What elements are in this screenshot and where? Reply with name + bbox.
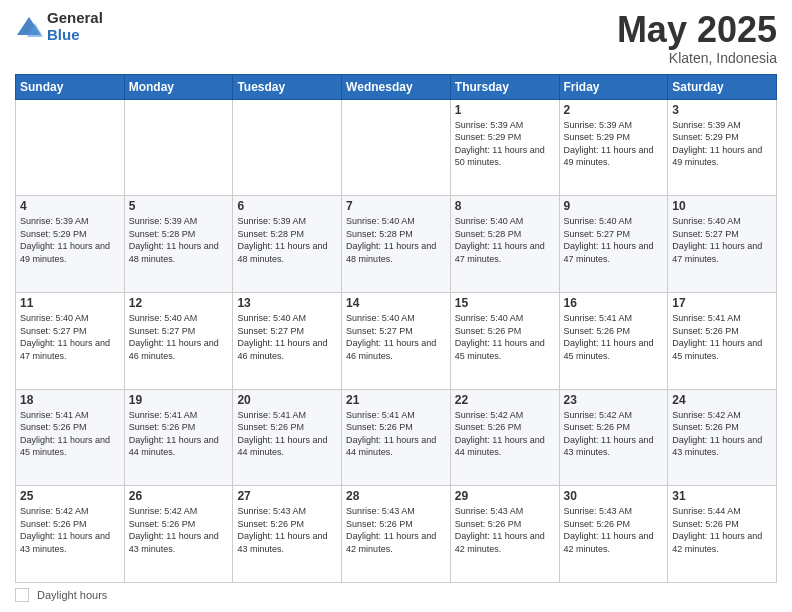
calendar-cell: 8Sunrise: 5:40 AM Sunset: 5:28 PM Daylig… [450,196,559,293]
day-number: 9 [564,199,664,213]
calendar-cell: 28Sunrise: 5:43 AM Sunset: 5:26 PM Dayli… [342,486,451,583]
calendar-cell: 6Sunrise: 5:39 AM Sunset: 5:28 PM Daylig… [233,196,342,293]
day-info: Sunrise: 5:43 AM Sunset: 5:26 PM Dayligh… [346,505,446,555]
day-number: 5 [129,199,229,213]
calendar-cell: 16Sunrise: 5:41 AM Sunset: 5:26 PM Dayli… [559,292,668,389]
calendar-week-5: 25Sunrise: 5:42 AM Sunset: 5:26 PM Dayli… [16,486,777,583]
day-info: Sunrise: 5:41 AM Sunset: 5:26 PM Dayligh… [564,312,664,362]
title-location: Klaten, Indonesia [617,50,777,66]
calendar-cell: 30Sunrise: 5:43 AM Sunset: 5:26 PM Dayli… [559,486,668,583]
day-number: 4 [20,199,120,213]
calendar-header-monday: Monday [124,74,233,99]
day-number: 11 [20,296,120,310]
logo-blue-text: Blue [47,27,103,44]
calendar-cell: 31Sunrise: 5:44 AM Sunset: 5:26 PM Dayli… [668,486,777,583]
day-number: 13 [237,296,337,310]
daylight-box [15,588,29,602]
calendar-cell: 19Sunrise: 5:41 AM Sunset: 5:26 PM Dayli… [124,389,233,486]
day-number: 19 [129,393,229,407]
day-info: Sunrise: 5:41 AM Sunset: 5:26 PM Dayligh… [20,409,120,459]
calendar-header-saturday: Saturday [668,74,777,99]
day-number: 31 [672,489,772,503]
calendar-cell [233,99,342,196]
day-info: Sunrise: 5:41 AM Sunset: 5:26 PM Dayligh… [672,312,772,362]
header: General Blue May 2025 Klaten, Indonesia [15,10,777,66]
calendar-cell: 22Sunrise: 5:42 AM Sunset: 5:26 PM Dayli… [450,389,559,486]
title-month: May 2025 [617,10,777,50]
calendar-cell: 2Sunrise: 5:39 AM Sunset: 5:29 PM Daylig… [559,99,668,196]
day-number: 3 [672,103,772,117]
day-info: Sunrise: 5:40 AM Sunset: 5:27 PM Dayligh… [346,312,446,362]
day-info: Sunrise: 5:39 AM Sunset: 5:28 PM Dayligh… [237,215,337,265]
calendar-cell: 9Sunrise: 5:40 AM Sunset: 5:27 PM Daylig… [559,196,668,293]
calendar-cell: 10Sunrise: 5:40 AM Sunset: 5:27 PM Dayli… [668,196,777,293]
day-info: Sunrise: 5:40 AM Sunset: 5:27 PM Dayligh… [237,312,337,362]
calendar-cell: 29Sunrise: 5:43 AM Sunset: 5:26 PM Dayli… [450,486,559,583]
calendar-table: SundayMondayTuesdayWednesdayThursdayFrid… [15,74,777,583]
calendar-week-4: 18Sunrise: 5:41 AM Sunset: 5:26 PM Dayli… [16,389,777,486]
day-number: 14 [346,296,446,310]
day-info: Sunrise: 5:39 AM Sunset: 5:29 PM Dayligh… [20,215,120,265]
day-info: Sunrise: 5:40 AM Sunset: 5:28 PM Dayligh… [455,215,555,265]
calendar-week-1: 1Sunrise: 5:39 AM Sunset: 5:29 PM Daylig… [16,99,777,196]
calendar-cell: 27Sunrise: 5:43 AM Sunset: 5:26 PM Dayli… [233,486,342,583]
day-info: Sunrise: 5:39 AM Sunset: 5:29 PM Dayligh… [564,119,664,169]
calendar-cell: 20Sunrise: 5:41 AM Sunset: 5:26 PM Dayli… [233,389,342,486]
calendar-cell: 15Sunrise: 5:40 AM Sunset: 5:26 PM Dayli… [450,292,559,389]
calendar-cell: 18Sunrise: 5:41 AM Sunset: 5:26 PM Dayli… [16,389,125,486]
title-block: May 2025 Klaten, Indonesia [617,10,777,66]
calendar-cell [342,99,451,196]
day-number: 1 [455,103,555,117]
page: General Blue May 2025 Klaten, Indonesia … [0,0,792,612]
day-number: 27 [237,489,337,503]
day-info: Sunrise: 5:40 AM Sunset: 5:27 PM Dayligh… [564,215,664,265]
day-number: 17 [672,296,772,310]
calendar-cell: 13Sunrise: 5:40 AM Sunset: 5:27 PM Dayli… [233,292,342,389]
day-info: Sunrise: 5:40 AM Sunset: 5:27 PM Dayligh… [20,312,120,362]
calendar-cell: 4Sunrise: 5:39 AM Sunset: 5:29 PM Daylig… [16,196,125,293]
calendar-cell: 14Sunrise: 5:40 AM Sunset: 5:27 PM Dayli… [342,292,451,389]
calendar-cell: 26Sunrise: 5:42 AM Sunset: 5:26 PM Dayli… [124,486,233,583]
day-number: 22 [455,393,555,407]
day-info: Sunrise: 5:43 AM Sunset: 5:26 PM Dayligh… [237,505,337,555]
day-number: 8 [455,199,555,213]
day-number: 28 [346,489,446,503]
logo: General Blue [15,10,103,43]
day-number: 29 [455,489,555,503]
calendar-cell: 24Sunrise: 5:42 AM Sunset: 5:26 PM Dayli… [668,389,777,486]
day-number: 18 [20,393,120,407]
calendar-cell [16,99,125,196]
calendar-cell: 25Sunrise: 5:42 AM Sunset: 5:26 PM Dayli… [16,486,125,583]
day-number: 10 [672,199,772,213]
calendar-header-wednesday: Wednesday [342,74,451,99]
calendar-cell: 23Sunrise: 5:42 AM Sunset: 5:26 PM Dayli… [559,389,668,486]
day-info: Sunrise: 5:39 AM Sunset: 5:28 PM Dayligh… [129,215,229,265]
calendar-cell: 1Sunrise: 5:39 AM Sunset: 5:29 PM Daylig… [450,99,559,196]
day-number: 26 [129,489,229,503]
footer: Daylight hours [15,588,777,602]
logo-general-text: General [47,10,103,27]
day-info: Sunrise: 5:40 AM Sunset: 5:28 PM Dayligh… [346,215,446,265]
calendar-cell: 12Sunrise: 5:40 AM Sunset: 5:27 PM Dayli… [124,292,233,389]
calendar-cell: 5Sunrise: 5:39 AM Sunset: 5:28 PM Daylig… [124,196,233,293]
day-number: 7 [346,199,446,213]
day-number: 15 [455,296,555,310]
day-number: 20 [237,393,337,407]
day-number: 23 [564,393,664,407]
day-info: Sunrise: 5:42 AM Sunset: 5:26 PM Dayligh… [20,505,120,555]
day-number: 6 [237,199,337,213]
day-number: 12 [129,296,229,310]
day-info: Sunrise: 5:43 AM Sunset: 5:26 PM Dayligh… [455,505,555,555]
calendar-header-row: SundayMondayTuesdayWednesdayThursdayFrid… [16,74,777,99]
calendar-header-tuesday: Tuesday [233,74,342,99]
day-info: Sunrise: 5:41 AM Sunset: 5:26 PM Dayligh… [129,409,229,459]
calendar-header-sunday: Sunday [16,74,125,99]
day-info: Sunrise: 5:40 AM Sunset: 5:27 PM Dayligh… [672,215,772,265]
logo-icon [15,13,43,41]
calendar-cell: 11Sunrise: 5:40 AM Sunset: 5:27 PM Dayli… [16,292,125,389]
day-info: Sunrise: 5:42 AM Sunset: 5:26 PM Dayligh… [672,409,772,459]
logo-text: General Blue [47,10,103,43]
day-info: Sunrise: 5:40 AM Sunset: 5:27 PM Dayligh… [129,312,229,362]
day-info: Sunrise: 5:42 AM Sunset: 5:26 PM Dayligh… [129,505,229,555]
day-number: 21 [346,393,446,407]
